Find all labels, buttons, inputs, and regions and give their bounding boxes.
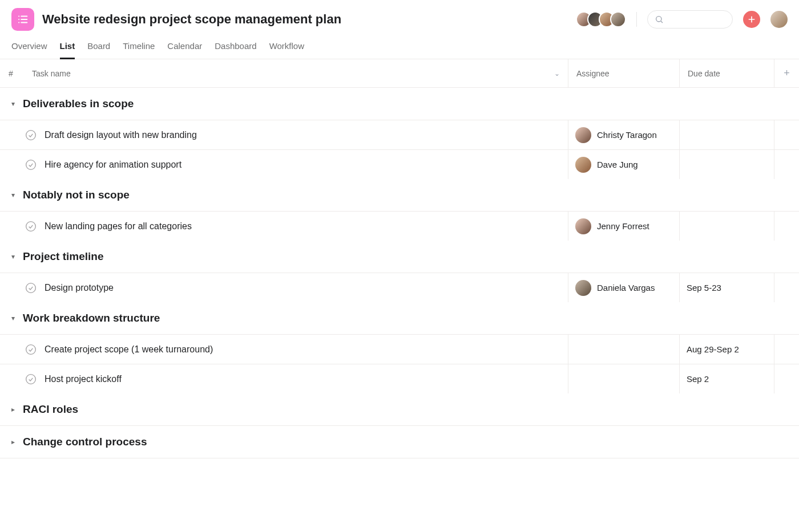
task-name[interactable]: Create project scope (1 week turnaround) bbox=[45, 344, 213, 355]
assignee-cell[interactable]: Dave Jung bbox=[568, 150, 679, 179]
caret-down-icon[interactable]: ▾ bbox=[11, 100, 17, 108]
section-header[interactable]: ▾Deliverables in scope bbox=[0, 88, 799, 120]
add-button[interactable] bbox=[743, 11, 760, 28]
assignee-avatar bbox=[575, 218, 591, 234]
due-date-cell[interactable] bbox=[679, 150, 774, 179]
extra-cell bbox=[774, 150, 799, 179]
assignee-name: Daniela Vargas bbox=[597, 283, 655, 293]
section-title[interactable]: Change control process bbox=[23, 436, 147, 448]
tab-board[interactable]: Board bbox=[87, 41, 110, 59]
due-date-cell[interactable] bbox=[679, 212, 774, 241]
svg-point-12 bbox=[26, 221, 36, 231]
assignee-cell[interactable]: Christy Taragon bbox=[568, 120, 679, 149]
section-title[interactable]: Notably not in scope bbox=[23, 189, 130, 201]
section-header[interactable]: ▸Change control process bbox=[0, 426, 799, 458]
due-date-cell[interactable] bbox=[679, 120, 774, 149]
task-row[interactable]: Create project scope (1 week turnaround)… bbox=[0, 334, 799, 364]
extra-cell bbox=[774, 212, 799, 241]
project-icon[interactable] bbox=[11, 8, 34, 31]
project-members[interactable] bbox=[576, 11, 626, 27]
complete-checkbox[interactable] bbox=[25, 129, 37, 141]
svg-point-5 bbox=[18, 22, 19, 23]
user-avatar[interactable] bbox=[770, 11, 788, 28]
assignee-cell[interactable] bbox=[568, 364, 679, 393]
svg-point-6 bbox=[656, 17, 661, 22]
tab-list[interactable]: List bbox=[60, 41, 75, 59]
section-title[interactable]: RACI roles bbox=[23, 403, 78, 416]
task-name[interactable]: Design prototype bbox=[45, 283, 114, 293]
assignee-cell[interactable]: Daniela Vargas bbox=[568, 273, 679, 302]
svg-point-13 bbox=[26, 283, 36, 293]
divider bbox=[636, 12, 637, 27]
complete-checkbox[interactable] bbox=[25, 373, 37, 385]
assignee-name: Dave Jung bbox=[597, 160, 638, 169]
extra-cell bbox=[774, 273, 799, 302]
caret-down-icon[interactable]: ▾ bbox=[11, 314, 17, 322]
extra-cell bbox=[774, 364, 799, 393]
section-header[interactable]: ▾Project timeline bbox=[0, 241, 799, 273]
project-title[interactable]: Website redesign project scope managemen… bbox=[42, 12, 568, 27]
section-title[interactable]: Project timeline bbox=[23, 250, 104, 263]
caret-right-icon[interactable]: ▸ bbox=[11, 438, 17, 446]
complete-checkbox[interactable] bbox=[25, 221, 37, 232]
complete-checkbox[interactable] bbox=[25, 344, 37, 355]
extra-cell bbox=[774, 120, 799, 149]
add-column-button[interactable]: + bbox=[774, 59, 799, 87]
view-tabs: Overview List Board Timeline Calendar Da… bbox=[0, 31, 799, 59]
task-row[interactable]: Draft design layout with new brandingChr… bbox=[0, 120, 799, 149]
task-name[interactable]: New landing pages for all categories bbox=[45, 221, 192, 232]
tab-timeline[interactable]: Timeline bbox=[123, 41, 155, 59]
complete-checkbox[interactable] bbox=[25, 159, 37, 170]
task-row[interactable]: Design prototypeDaniela VargasSep 5-23 bbox=[0, 273, 799, 302]
assignee-name: Jenny Forrest bbox=[597, 221, 649, 231]
assignee-cell[interactable] bbox=[568, 335, 679, 364]
section-title[interactable]: Work breakdown structure bbox=[23, 312, 160, 324]
task-name[interactable]: Draft design layout with new branding bbox=[45, 130, 197, 140]
svg-point-3 bbox=[18, 15, 19, 17]
avatar[interactable] bbox=[610, 11, 626, 27]
svg-line-7 bbox=[661, 21, 663, 23]
task-name[interactable]: Hire agency for animation support bbox=[45, 160, 181, 170]
task-row[interactable]: New landing pages for all categoriesJenn… bbox=[0, 211, 799, 241]
search-input[interactable] bbox=[647, 10, 733, 29]
col-task-label: Task name bbox=[32, 69, 71, 78]
section-header[interactable]: ▾Work breakdown structure bbox=[0, 302, 799, 334]
due-date: Aug 29-Sep 2 bbox=[687, 344, 739, 354]
assignee-avatar bbox=[575, 157, 591, 173]
due-date: Sep 5-23 bbox=[687, 283, 721, 293]
section-header[interactable]: ▾Notably not in scope bbox=[0, 179, 799, 211]
col-task-name[interactable]: Task name ⌄ bbox=[22, 69, 568, 78]
col-due-date[interactable]: Due date bbox=[679, 59, 774, 87]
tab-workflow[interactable]: Workflow bbox=[269, 41, 304, 59]
section-title[interactable]: Deliverables in scope bbox=[23, 98, 134, 110]
svg-point-15 bbox=[26, 374, 36, 384]
col-assignee[interactable]: Assignee bbox=[568, 59, 679, 87]
assignee-cell[interactable]: Jenny Forrest bbox=[568, 212, 679, 241]
assignee-avatar bbox=[575, 280, 591, 296]
caret-down-icon[interactable]: ▾ bbox=[11, 253, 17, 261]
due-date: Sep 2 bbox=[687, 374, 709, 384]
due-date-cell[interactable]: Aug 29-Sep 2 bbox=[679, 335, 774, 364]
svg-point-4 bbox=[18, 19, 19, 20]
assignee-name: Christy Taragon bbox=[597, 130, 657, 140]
due-date-cell[interactable]: Sep 2 bbox=[679, 364, 774, 393]
chevron-down-icon[interactable]: ⌄ bbox=[554, 70, 560, 78]
complete-checkbox[interactable] bbox=[25, 282, 37, 294]
section-header[interactable]: ▸RACI roles bbox=[0, 393, 799, 425]
svg-point-11 bbox=[26, 160, 36, 169]
caret-down-icon[interactable]: ▾ bbox=[11, 191, 17, 199]
task-name[interactable]: Host project kickoff bbox=[45, 374, 122, 384]
due-date-cell[interactable]: Sep 5-23 bbox=[679, 273, 774, 302]
assignee-avatar bbox=[575, 127, 591, 143]
col-number: # bbox=[0, 69, 22, 78]
svg-point-14 bbox=[26, 344, 36, 354]
tab-dashboard[interactable]: Dashboard bbox=[215, 41, 256, 59]
tab-overview[interactable]: Overview bbox=[11, 41, 47, 59]
caret-right-icon[interactable]: ▸ bbox=[11, 405, 17, 413]
svg-point-10 bbox=[26, 130, 36, 140]
task-row[interactable]: Hire agency for animation supportDave Ju… bbox=[0, 149, 799, 179]
extra-cell bbox=[774, 335, 799, 364]
column-headers: # Task name ⌄ Assignee Due date + bbox=[0, 59, 799, 88]
task-row[interactable]: Host project kickoffSep 2 bbox=[0, 364, 799, 393]
tab-calendar[interactable]: Calendar bbox=[167, 41, 202, 59]
